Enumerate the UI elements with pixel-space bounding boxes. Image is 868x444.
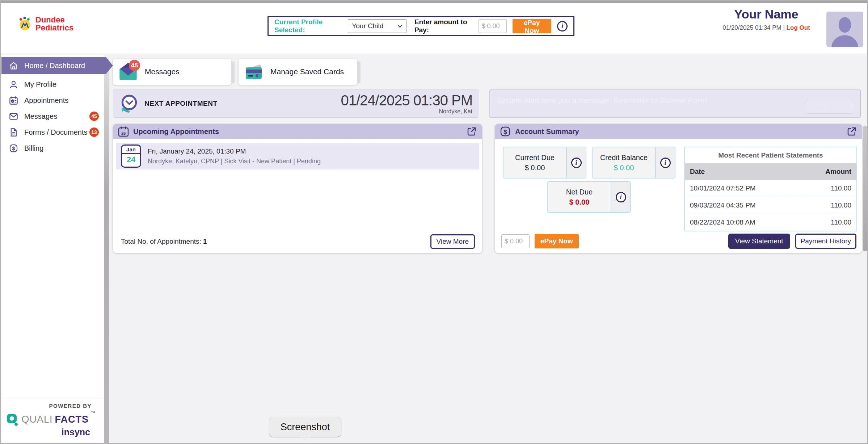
statement-row[interactable]: 09/03/2024 04:35 PM 110.00: [685, 197, 856, 214]
header-amount-input[interactable]: [479, 19, 507, 33]
messages-card-label: Messages: [145, 67, 180, 76]
sidebar-item-billing[interactable]: $ Billing: [1, 140, 104, 156]
current-due-value: $ 0.00: [525, 164, 545, 172]
sidebar-item-appointments[interactable]: Appointments: [1, 92, 104, 108]
screenshot-tooltip: Screenshot: [269, 417, 341, 437]
appointment-datetime: Fri, January 24, 2025, 01:30 PM: [148, 147, 321, 155]
document-icon: [9, 127, 18, 137]
credit-balance-info-icon[interactable]: i: [660, 158, 671, 168]
messages-count-badge: 45: [89, 112, 99, 121]
net-due-info-icon[interactable]: i: [616, 192, 626, 202]
brand-facts: FACTS: [55, 414, 89, 425]
person-icon: [9, 80, 18, 89]
messages-quick-card[interactable]: 45 Messages: [113, 59, 231, 85]
user-name: Your Name: [710, 7, 822, 21]
brand-quali: QUALI: [21, 414, 52, 425]
upcoming-appointments-title: Upcoming Appointments: [133, 127, 219, 136]
manage-saved-cards-label: Manage Saved Cards: [270, 67, 344, 76]
system-alert-message: System Alert sent you a message: Reminde…: [497, 96, 707, 105]
home-icon: [9, 61, 18, 71]
account-summary-title: Account Summary: [515, 127, 579, 136]
total-appointments-value: 1: [203, 238, 207, 245]
read-more-button[interactable]: Read More »: [805, 101, 854, 114]
qualifacts-icon: [7, 410, 19, 428]
messages-card-badge: 45: [129, 60, 140, 71]
sidebar-item-label: My Profile: [24, 80, 56, 89]
calendar-clock-icon: [9, 96, 18, 105]
powered-by-footer: POWERED BY QUALIFACTS ™ insync: [1, 398, 104, 443]
profile-select[interactable]: Your Child: [348, 19, 406, 33]
statements-col-amount: Amount: [825, 168, 851, 176]
brand-insync: insync: [6, 427, 95, 437]
statement-row[interactable]: 08/22/2024 10:08 AM 110.00: [685, 214, 856, 231]
summary-epay-now-button[interactable]: ePay Now: [535, 234, 579, 248]
current-due-info-icon[interactable]: i: [571, 158, 582, 168]
statement-amount: 110.00: [831, 201, 851, 209]
svg-text:$: $: [504, 129, 507, 135]
brand-trademark: ™: [91, 410, 95, 415]
net-due-value: $ 0.00: [569, 198, 590, 206]
svg-text:26: 26: [121, 131, 126, 135]
credit-balance-value: $ 0.00: [614, 164, 634, 172]
logout-link[interactable]: Log Out: [787, 24, 810, 31]
statement-amount: 110.00: [831, 184, 851, 192]
statement-date: 09/03/2024 04:35 PM: [690, 201, 756, 209]
statements-title: Most Recent Patient Statements: [685, 147, 856, 163]
chevron-down-icon: [397, 24, 403, 28]
separator: |: [783, 24, 785, 31]
profile-select-value: Your Child: [352, 22, 383, 30]
double-chevron-icon: »: [846, 103, 850, 111]
login-datetime: 01/20/2025 01:34 PM: [722, 24, 781, 31]
header-epay-now-button[interactable]: ePay Now: [513, 19, 551, 33]
app-window: Dundee Pediatrics Current Profile Select…: [0, 0, 868, 444]
user-block: Your Name 01/20/2025 01:34 PM | Log Out: [710, 7, 822, 32]
powered-by-label: POWERED BY: [6, 403, 95, 409]
next-appointment-datetime: 01/24/2025 01:30 PM: [341, 93, 472, 108]
envelope-icon: [9, 112, 18, 121]
statement-row[interactable]: 10/01/2024 07:52 PM 110.00: [685, 180, 856, 197]
sidebar-item-messages[interactable]: Messages 45: [1, 108, 104, 124]
view-statement-button[interactable]: View Statement: [728, 234, 790, 249]
sidebar-item-home-dashboard[interactable]: Home / Dashboard: [1, 57, 113, 74]
net-due-label: Net Due: [566, 188, 593, 196]
header-payment-bar: Current Profile Selected: Your Child Ent…: [267, 16, 574, 36]
payment-info-icon[interactable]: i: [557, 21, 568, 32]
external-link-icon[interactable]: [846, 126, 857, 137]
payment-history-button[interactable]: Payment History: [795, 234, 856, 249]
forms-count-badge: 13: [89, 127, 99, 137]
clock-icon: [119, 94, 139, 113]
sidebar-item-label: Billing: [24, 144, 43, 152]
system-alert: System Alert sent you a message: Reminde…: [489, 89, 861, 118]
sidebar-item-forms-documents[interactable]: Forms / Documents 13: [1, 124, 104, 140]
appointment-details: Nordyke, Katelyn, CPNP | Sick Visit - Ne…: [148, 158, 321, 165]
current-due-label: Current Due: [515, 154, 555, 162]
clinic-logo: Dundee Pediatrics: [17, 16, 73, 32]
statements-header-row: Date Amount: [685, 163, 856, 180]
next-appointment-title: NEXT APPOINTMENT: [144, 100, 218, 108]
manage-saved-cards-card[interactable]: Manage Saved Cards: [239, 59, 357, 85]
calendar-icon: 26: [118, 126, 129, 137]
summary-amount-input[interactable]: [501, 234, 530, 248]
header: Dundee Pediatrics Current Profile Select…: [1, 3, 867, 54]
credit-balance-tile: Credit Balance $ 0.00 i: [592, 147, 675, 179]
recent-statements-panel: Most Recent Patient Statements Date Amou…: [684, 147, 857, 231]
statements-col-date: Date: [690, 168, 705, 176]
upcoming-appointments-header: 26 Upcoming Appointments: [113, 124, 482, 139]
account-summary-header: $ Account Summary: [495, 124, 862, 139]
view-more-button[interactable]: View More: [430, 234, 475, 249]
sidebar-scrollbar[interactable]: [104, 58, 109, 443]
external-link-icon[interactable]: [466, 126, 477, 137]
appointment-day: 24: [122, 154, 140, 164]
appointment-row[interactable]: Jan 24 Fri, January 24, 2025, 01:30 PM N…: [116, 143, 479, 169]
clinic-logo-icon: [17, 16, 33, 32]
content-scrollbar[interactable]: [863, 126, 867, 251]
account-summary-card: $ Account Summary Current Due $ 0.00 i: [495, 124, 862, 253]
content-area: Home / Dashboard My Profile: [1, 54, 867, 443]
sidebar-item-label: Appointments: [24, 96, 68, 105]
next-appointment-provider: Nordyke, Kat: [341, 108, 472, 115]
svg-text:$: $: [12, 145, 15, 151]
sidebar-item-my-profile[interactable]: My Profile: [1, 76, 104, 92]
upcoming-appointments-card: 26 Upcoming Appointments Jan 24 Fri, Jan…: [113, 124, 482, 253]
sidebar-item-label: Messages: [24, 112, 57, 121]
credit-balance-label: Credit Balance: [600, 154, 648, 162]
